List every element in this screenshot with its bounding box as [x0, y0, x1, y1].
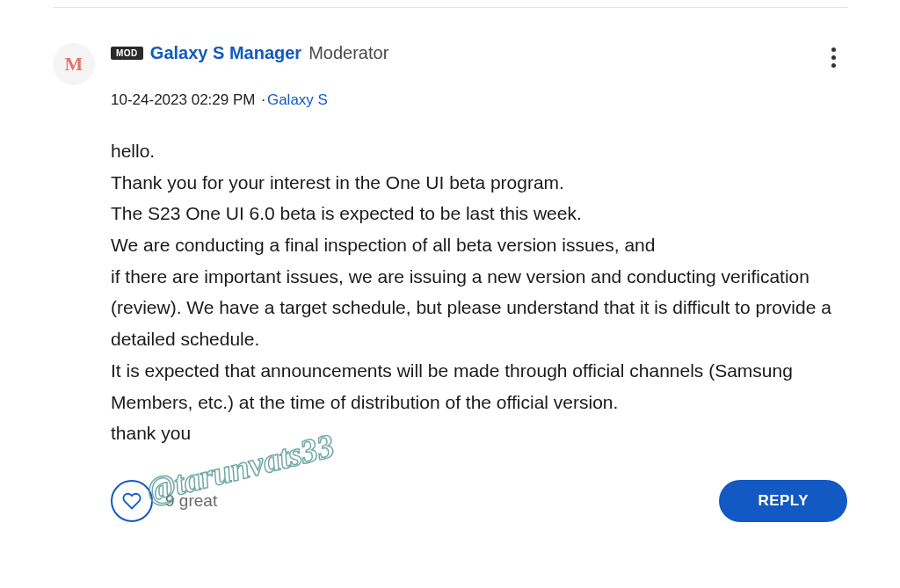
body-line: Thank you for your interest in the One U…: [111, 167, 847, 199]
post-header: M MOD Galaxy S Manager Moderator 10-24-2…: [53, 43, 847, 109]
user-role: Moderator: [308, 43, 388, 63]
post-body: hello. Thank you for your interest in th…: [111, 135, 847, 449]
like-button[interactable]: [111, 480, 153, 522]
mod-badge: MOD: [111, 47, 143, 60]
body-line: The S23 One UI 6.0 beta is expected to b…: [111, 198, 847, 229]
header-info: MOD Galaxy S Manager Moderator 10-24-202…: [111, 43, 847, 109]
body-line: We are conducting a final inspection of …: [111, 229, 847, 261]
body-line: if there are important issues, we are is…: [111, 261, 847, 355]
username-link[interactable]: Galaxy S Manager: [150, 43, 301, 63]
forum-post: M MOD Galaxy S Manager Moderator 10-24-2…: [0, 8, 900, 548]
post-time: 02:29 PM: [192, 91, 256, 108]
heart-icon: [122, 491, 142, 511]
meta-separator: ·: [261, 91, 265, 108]
body-line: It is expected that announcements will b…: [111, 355, 847, 417]
body-line: thank you: [111, 417, 847, 449]
reply-button[interactable]: REPLY: [719, 480, 847, 522]
avatar-letter: M: [65, 53, 83, 76]
category-link[interactable]: Galaxy S: [267, 91, 328, 108]
like-section: 9 great: [111, 480, 217, 522]
post-footer: 9 great REPLY: [111, 480, 847, 522]
body-line: hello.: [111, 135, 847, 167]
post-meta: 10-24-2023 02:29 PM ·Galaxy S: [111, 91, 847, 109]
like-count: 9 great: [165, 491, 217, 511]
kebab-menu-icon: [831, 47, 836, 68]
user-line: MOD Galaxy S Manager Moderator: [111, 43, 847, 63]
avatar[interactable]: M: [53, 43, 95, 85]
post-options-button[interactable]: [819, 43, 847, 71]
post-date: 10-24-2023: [111, 91, 187, 108]
